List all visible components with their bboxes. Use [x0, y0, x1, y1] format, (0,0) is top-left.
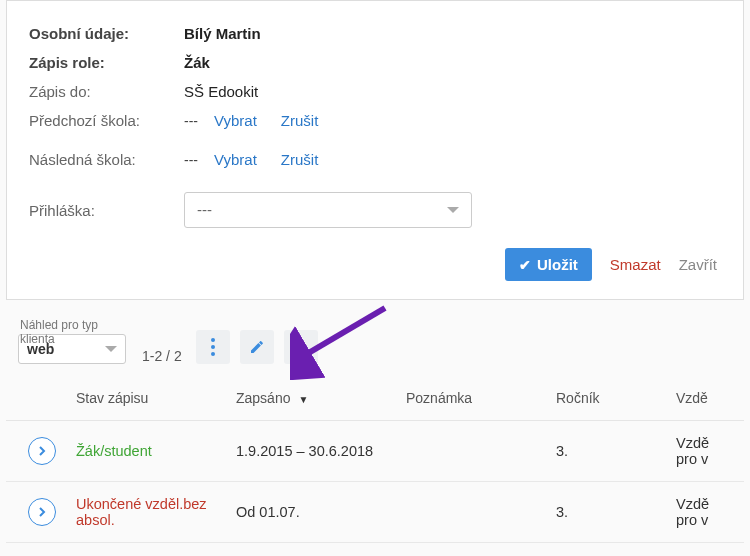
pager-text: 1-2 / 2 — [142, 348, 182, 364]
prev-school-select-link[interactable]: Vybrat — [214, 112, 257, 129]
role-value: Žák — [184, 54, 210, 71]
chevron-right-icon — [37, 445, 47, 457]
row-enrolled: 1.9.2015 – 30.6.2018 — [226, 421, 396, 482]
save-button[interactable]: ✔ Uložit — [505, 248, 592, 281]
expand-row-button[interactable] — [28, 498, 56, 526]
row-enrolled: Od 01.07. — [226, 482, 396, 543]
more-actions-button[interactable] — [196, 330, 230, 364]
plus-icon — [293, 339, 309, 355]
enrollment-table: Stav zápisu Zapsáno ▼ Poznámka Ročník Vz… — [6, 376, 744, 543]
client-type-label: Náhled pro typ klienta — [20, 318, 126, 346]
row-note — [396, 482, 546, 543]
personal-value: Bílý Martin — [184, 25, 261, 42]
col-header-status[interactable]: Stav zápisu — [66, 376, 226, 421]
col-header-note[interactable]: Poznámka — [396, 376, 546, 421]
col-header-edu[interactable]: Vzdě — [666, 376, 744, 421]
next-school-select-link[interactable]: Vybrat — [214, 151, 257, 168]
prev-school-label: Předchozí škola: — [29, 112, 184, 129]
row-year: 3. — [546, 482, 666, 543]
expand-row-button[interactable] — [28, 437, 56, 465]
prev-school-cancel-link[interactable]: Zrušit — [281, 112, 319, 129]
list-panel: Náhled pro typ klienta web 1-2 / 2 Stav … — [0, 316, 750, 543]
edit-button[interactable] — [240, 330, 274, 364]
enroll-to-label: Zápis do: — [29, 83, 184, 100]
table-row: Žák/student1.9.2015 – 30.6.20183.Vzdě pr… — [6, 421, 744, 482]
col-header-enrolled[interactable]: Zapsáno ▼ — [226, 376, 396, 421]
prev-school-value: --- — [184, 113, 214, 129]
next-school-value: --- — [184, 152, 214, 168]
close-button[interactable]: Zavřít — [679, 256, 717, 273]
next-school-label: Následná škola: — [29, 151, 184, 168]
personal-label: Osobní údaje: — [29, 25, 184, 42]
check-icon: ✔ — [519, 257, 531, 273]
application-label: Přihláška: — [29, 202, 184, 219]
add-button[interactable] — [284, 330, 318, 364]
row-edu: Vzdě pro v — [666, 421, 744, 482]
chevron-down-icon — [447, 207, 459, 213]
application-select-value: --- — [197, 193, 212, 227]
save-button-label: Uložit — [537, 256, 578, 273]
row-year: 3. — [546, 421, 666, 482]
row-note — [396, 421, 546, 482]
role-label: Zápis role: — [29, 54, 184, 71]
pencil-icon — [249, 339, 265, 355]
col-header-year[interactable]: Ročník — [546, 376, 666, 421]
row-edu: Vzdě pro v — [666, 482, 744, 543]
enroll-to-value: SŠ Edookit — [184, 83, 258, 100]
application-select[interactable]: --- — [184, 192, 472, 228]
next-school-cancel-link[interactable]: Zrušit — [281, 151, 319, 168]
delete-button[interactable]: Smazat — [610, 256, 661, 273]
row-status[interactable]: Žák/student — [76, 443, 152, 459]
chevron-down-icon — [105, 346, 117, 352]
chevron-right-icon — [37, 506, 47, 518]
vertical-dots-icon — [211, 338, 215, 356]
row-status[interactable]: Ukončené vzděl.bez absol. — [76, 496, 207, 528]
sort-desc-icon: ▼ — [298, 394, 308, 405]
form-panel: Osobní údaje: Bílý Martin Zápis role: Žá… — [6, 0, 744, 300]
table-row: Ukončené vzděl.bez absol.Od 01.07.3.Vzdě… — [6, 482, 744, 543]
